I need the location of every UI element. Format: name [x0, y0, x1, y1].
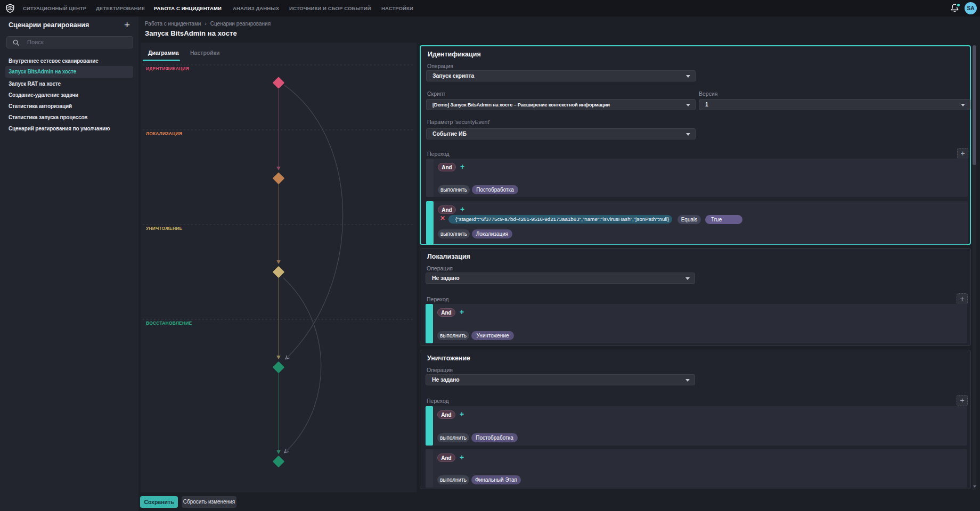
svg-text:ИДЕНТИФИКАЦИЯ: ИДЕНТИФИКАЦИЯ: [146, 66, 189, 71]
svg-text:ВОССТАНОВЛЕНИЕ: ВОССТАНОВЛЕНИЕ: [146, 320, 192, 326]
svg-text:ЛОКАЛИЗАЦИЯ: ЛОКАЛИЗАЦИЯ: [146, 131, 182, 136]
svg-text:УНИЧТОЖЕНИЕ: УНИЧТОЖЕНИЕ: [146, 226, 183, 231]
